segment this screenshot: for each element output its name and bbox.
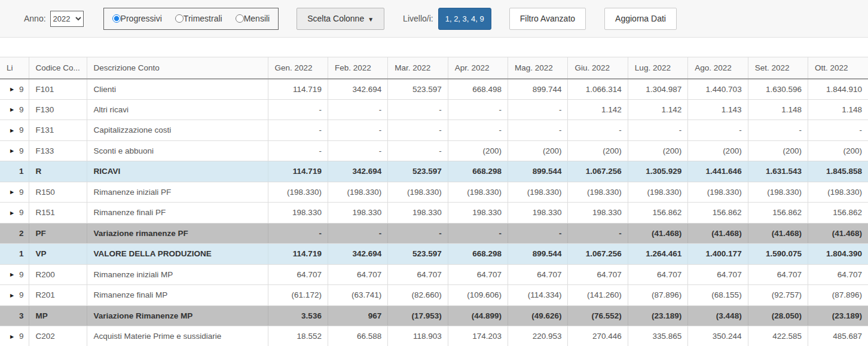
level-cell: ▶9 xyxy=(0,285,29,306)
value-cell: (23.189) xyxy=(808,305,868,326)
value-cell: 899.744 xyxy=(508,79,568,100)
level-selector-group: Livello/i: 1, 2, 3, 4, 9 xyxy=(403,8,491,30)
value-cell: 198.330 xyxy=(328,203,387,223)
scelta-colonne-label: Scelta Colonne xyxy=(307,14,364,23)
column-header-li[interactable]: Li xyxy=(0,57,29,79)
radio-input-trimestrali[interactable] xyxy=(175,14,184,23)
value-cell: (198.330) xyxy=(328,182,387,203)
value-cell: (17.953) xyxy=(388,305,448,326)
value-cell: (63.741) xyxy=(328,285,387,306)
radio-label: Progressivi xyxy=(121,14,162,23)
expand-arrow-icon[interactable]: ▶ xyxy=(10,210,14,215)
column-header-apr-2022[interactable]: Apr. 2022 xyxy=(448,57,508,79)
value-cell: 156.862 xyxy=(628,203,687,223)
radio-trimestrali[interactable]: Trimestrali xyxy=(175,14,222,23)
radio-label: Mensili xyxy=(244,14,270,23)
column-header-mag-2022[interactable]: Mag. 2022 xyxy=(508,57,568,79)
value-cell: (41.468) xyxy=(748,223,808,244)
account-code-cell: VP xyxy=(29,244,87,265)
level-value: 9 xyxy=(19,332,24,341)
value-cell: 1.304.987 xyxy=(628,79,687,100)
value-cell: 1.845.858 xyxy=(808,161,868,182)
expand-arrow-icon[interactable]: ▶ xyxy=(10,107,14,112)
livello-badge[interactable]: 1, 2, 3, 4, 9 xyxy=(438,8,491,30)
value-cell: 1.067.256 xyxy=(568,161,628,182)
value-cell: 64.707 xyxy=(628,264,687,285)
column-header-lug-2022[interactable]: Lug. 2022 xyxy=(628,57,687,79)
expand-arrow-icon[interactable]: ▶ xyxy=(10,87,14,92)
value-cell: 198.330 xyxy=(508,203,568,223)
livello-label: Livello/i: xyxy=(403,14,433,23)
column-header-ott-2022[interactable]: Ott. 2022 xyxy=(808,57,868,79)
value-cell: (41.468) xyxy=(628,223,687,244)
value-cell: (49.626) xyxy=(508,305,568,326)
value-cell: 335.865 xyxy=(628,326,687,346)
value-cell: 342.694 xyxy=(328,161,387,182)
scelta-colonne-button[interactable]: Scelta Colonne▼ xyxy=(297,8,384,30)
value-cell: - xyxy=(448,120,508,141)
level-value: 9 xyxy=(19,270,24,279)
level-value: 9 xyxy=(19,188,24,197)
column-header-descrizione-conto[interactable]: Descrizione Conto xyxy=(87,57,268,79)
value-cell: 64.707 xyxy=(688,264,748,285)
account-description-cell: VALORE DELLA PRODUZIONE xyxy=(87,244,268,265)
level-value: 9 xyxy=(19,290,24,299)
radio-progressivi[interactable]: Progressivi xyxy=(112,14,162,23)
account-code-cell: R150 xyxy=(29,182,87,203)
column-header-giu-2022[interactable]: Giu. 2022 xyxy=(568,57,628,79)
level-cell: ▶9 xyxy=(0,264,29,285)
year-selector-group: Anno: 2022 xyxy=(24,11,84,27)
column-header-feb-2022[interactable]: Feb. 2022 xyxy=(328,57,387,79)
value-cell: - xyxy=(568,120,628,141)
account-description-cell: Rimanenze finali MP xyxy=(87,285,268,306)
account-code-cell: F101 xyxy=(29,79,87,100)
column-header-ago-2022[interactable]: Ago. 2022 xyxy=(688,57,748,79)
expand-arrow-icon[interactable]: ▶ xyxy=(10,127,14,133)
expand-arrow-icon[interactable]: ▶ xyxy=(10,189,14,195)
account-description-cell: Variazione rimanenze PF xyxy=(87,223,268,244)
radio-input-progressivi[interactable] xyxy=(112,14,121,23)
anno-select[interactable]: 2022 xyxy=(50,11,84,27)
value-cell: 1.148 xyxy=(748,99,808,120)
value-cell: 523.597 xyxy=(388,244,448,265)
value-cell: 899.544 xyxy=(508,244,568,265)
value-cell: (92.757) xyxy=(748,285,808,306)
radio-mensili[interactable]: Mensili xyxy=(236,14,270,23)
expand-arrow-icon[interactable]: ▶ xyxy=(10,292,14,298)
level-cell: ▶9 xyxy=(0,326,29,346)
column-header-codice-co[interactable]: Codice Co... xyxy=(29,57,87,79)
level-value: 9 xyxy=(19,146,24,155)
value-cell: - xyxy=(508,99,568,120)
value-cell: 1.844.910 xyxy=(808,79,868,100)
value-cell: (200) xyxy=(568,140,628,161)
value-cell: 64.707 xyxy=(448,264,508,285)
value-cell: (28.050) xyxy=(748,305,808,326)
table-row: ▶9C202Acquisti Materie Prime e sussidiar… xyxy=(0,326,868,346)
account-description-cell: Rimanenze finali PF xyxy=(87,203,268,223)
value-cell: (3.448) xyxy=(688,305,748,326)
value-cell: - xyxy=(448,223,508,244)
value-cell: 1.148 xyxy=(808,99,868,120)
radio-input-mensili[interactable] xyxy=(236,14,244,23)
value-cell: 66.588 xyxy=(328,326,387,346)
column-header-mar-2022[interactable]: Mar. 2022 xyxy=(388,57,448,79)
table-header-row: LiCodice Co...Descrizione ContoGen. 2022… xyxy=(0,57,868,79)
caret-down-icon: ▼ xyxy=(368,16,374,23)
filtro-avanzato-button[interactable]: Filtro Avanzato xyxy=(509,8,586,30)
value-cell: 156.862 xyxy=(808,203,868,223)
expand-arrow-icon[interactable]: ▶ xyxy=(10,333,14,339)
value-cell: (200) xyxy=(748,140,808,161)
value-cell: (61.172) xyxy=(268,285,328,306)
expand-arrow-icon[interactable]: ▶ xyxy=(10,148,14,154)
value-cell: - xyxy=(328,99,387,120)
expand-arrow-icon[interactable]: ▶ xyxy=(10,272,14,277)
value-cell: 198.330 xyxy=(568,203,628,223)
accounts-table: LiCodice Co...Descrizione ContoGen. 2022… xyxy=(0,57,868,346)
column-header-set-2022[interactable]: Set. 2022 xyxy=(748,57,808,79)
value-cell: (141.260) xyxy=(568,285,628,306)
account-code-cell: R201 xyxy=(29,285,87,306)
aggiorna-dati-button[interactable]: Aggiorna Dati xyxy=(604,8,677,30)
column-header-gen-2022[interactable]: Gen. 2022 xyxy=(268,57,328,79)
table-row: ▶9F130Altri ricavi-----1.1421.1421.1431.… xyxy=(0,99,868,120)
value-cell: 422.585 xyxy=(748,326,808,346)
